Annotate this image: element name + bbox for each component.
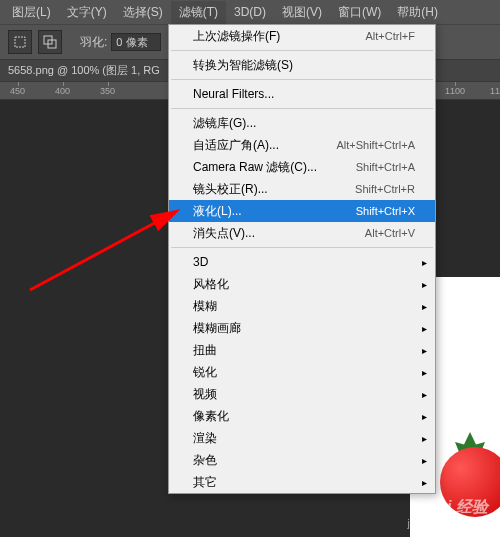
filter-menu-dropdown: 上次滤镜操作(F)Alt+Ctrl+F转换为智能滤镜(S)Neural Filt… xyxy=(168,24,436,494)
watermark-url: jingyan.baidu.com xyxy=(407,518,488,529)
menu-select[interactable]: 选择(S) xyxy=(115,1,171,24)
menu-item-label: 消失点(V)... xyxy=(193,225,255,242)
ruler-tick: 1150 xyxy=(490,86,500,96)
watermark: Bai 经验 jingyan.baidu.com xyxy=(407,497,488,529)
menu-item-[interactable]: 渲染 xyxy=(169,427,435,449)
menu-item-label: 液化(L)... xyxy=(193,203,242,220)
watermark-brand: Bai 经验 xyxy=(407,497,488,518)
menu-item-label: 滤镜库(G)... xyxy=(193,115,256,132)
menu-item-label: 上次滤镜操作(F) xyxy=(193,28,280,45)
menu-item-label: 转换为智能滤镜(S) xyxy=(193,57,293,74)
menu-item-shortcut: Alt+Shift+Ctrl+A xyxy=(336,139,415,151)
menu-item-[interactable]: 像素化 xyxy=(169,405,435,427)
menu-item-label: 自适应广角(A)... xyxy=(193,137,279,154)
feather-label: 羽化: xyxy=(80,34,107,51)
menu-item-label: 像素化 xyxy=(193,408,229,425)
selection-tool-icon[interactable] xyxy=(8,30,32,54)
menu-item-label: 风格化 xyxy=(193,276,229,293)
menu-item-label: 模糊画廊 xyxy=(193,320,241,337)
menu-item-label: 锐化 xyxy=(193,364,217,381)
menubar: 图层(L) 文字(Y) 选择(S) 滤镜(T) 3D(D) 视图(V) 窗口(W… xyxy=(0,0,500,24)
menu-separator xyxy=(171,50,433,51)
menu-item-shortcut: Shift+Ctrl+R xyxy=(355,183,415,195)
ruler-tick: 400 xyxy=(55,86,70,96)
menu-item-a[interactable]: 自适应广角(A)...Alt+Shift+Ctrl+A xyxy=(169,134,435,156)
feather-input[interactable] xyxy=(111,33,161,51)
menu-item-label: 视频 xyxy=(193,386,217,403)
menu-item-[interactable]: 扭曲 xyxy=(169,339,435,361)
menu-item-label: 渲染 xyxy=(193,430,217,447)
menu-3d[interactable]: 3D(D) xyxy=(226,2,274,22)
menu-item-label: 杂色 xyxy=(193,452,217,469)
menu-item-[interactable]: 视频 xyxy=(169,383,435,405)
ruler-tick: 1100 xyxy=(445,86,465,96)
menu-item-shortcut: Shift+Ctrl+X xyxy=(356,205,415,217)
menu-help[interactable]: 帮助(H) xyxy=(389,1,446,24)
menu-item-g[interactable]: 滤镜库(G)... xyxy=(169,112,435,134)
ruler-tick: 450 xyxy=(10,86,25,96)
menu-item-label: 其它 xyxy=(193,474,217,491)
ruler-tick: 350 xyxy=(100,86,115,96)
menu-separator xyxy=(171,108,433,109)
menu-view[interactable]: 视图(V) xyxy=(274,1,330,24)
menu-item-label: 3D xyxy=(193,255,208,269)
menu-filter[interactable]: 滤镜(T) xyxy=(171,1,226,24)
svg-rect-0 xyxy=(15,37,25,47)
menu-item-[interactable]: 模糊画廊 xyxy=(169,317,435,339)
menu-item-[interactable]: 其它 xyxy=(169,471,435,493)
menu-item-neuralfilters[interactable]: Neural Filters... xyxy=(169,83,435,105)
menu-separator xyxy=(171,79,433,80)
menu-item-[interactable]: 锐化 xyxy=(169,361,435,383)
menu-window[interactable]: 窗口(W) xyxy=(330,1,389,24)
menu-layer[interactable]: 图层(L) xyxy=(4,1,59,24)
menu-item-l[interactable]: 液化(L)...Shift+Ctrl+X xyxy=(169,200,435,222)
selection-add-icon[interactable] xyxy=(38,30,62,54)
menu-type[interactable]: 文字(Y) xyxy=(59,1,115,24)
menu-item-[interactable]: 杂色 xyxy=(169,449,435,471)
menu-item-shortcut: Shift+Ctrl+A xyxy=(356,161,415,173)
menu-item-shortcut: Alt+Ctrl+V xyxy=(365,227,415,239)
menu-item-shortcut: Alt+Ctrl+F xyxy=(365,30,415,42)
menu-item-label: 模糊 xyxy=(193,298,217,315)
menu-item-r[interactable]: 镜头校正(R)...Shift+Ctrl+R xyxy=(169,178,435,200)
menu-separator xyxy=(171,247,433,248)
menu-item-v[interactable]: 消失点(V)...Alt+Ctrl+V xyxy=(169,222,435,244)
menu-item-f[interactable]: 上次滤镜操作(F)Alt+Ctrl+F xyxy=(169,25,435,47)
menu-item-label: 扭曲 xyxy=(193,342,217,359)
menu-item-s[interactable]: 转换为智能滤镜(S) xyxy=(169,54,435,76)
menu-item-label: Camera Raw 滤镜(C)... xyxy=(193,159,317,176)
menu-item-[interactable]: 模糊 xyxy=(169,295,435,317)
menu-item-3d[interactable]: 3D xyxy=(169,251,435,273)
menu-item-label: Neural Filters... xyxy=(193,87,274,101)
menu-item-[interactable]: 风格化 xyxy=(169,273,435,295)
menu-item-label: 镜头校正(R)... xyxy=(193,181,268,198)
menu-item-camerarawc[interactable]: Camera Raw 滤镜(C)...Shift+Ctrl+A xyxy=(169,156,435,178)
